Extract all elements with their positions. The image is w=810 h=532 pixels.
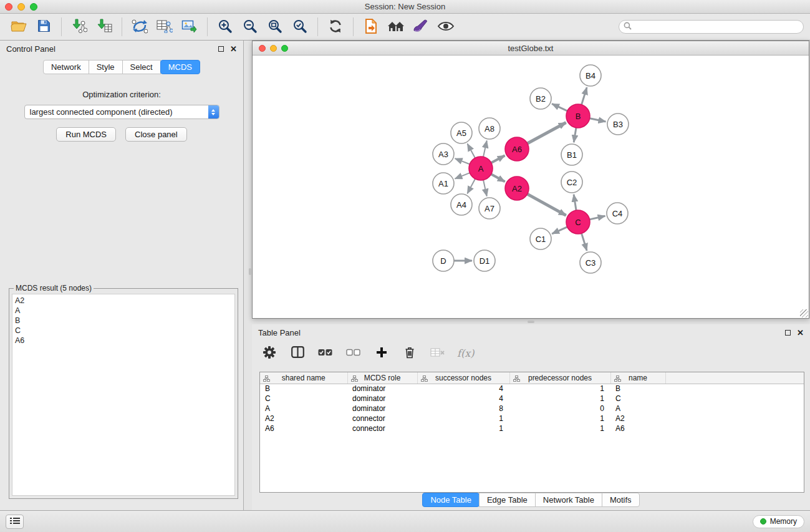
node-B4[interactable]: B4: [580, 65, 601, 86]
edge-A-A5[interactable]: [468, 144, 475, 158]
node-A6[interactable]: A6: [505, 137, 529, 161]
zoom-network-window-button[interactable]: [281, 45, 288, 52]
column-header-successor-nodes[interactable]: successor nodes: [417, 372, 509, 384]
table-cell[interactable]: A2: [610, 414, 665, 423]
node-A2[interactable]: A2: [505, 177, 529, 200]
table-cell[interactable]: 1: [417, 423, 509, 433]
node-B[interactable]: B: [566, 104, 590, 128]
node-D[interactable]: D: [433, 250, 454, 271]
delete-column-button[interactable]: [401, 342, 418, 364]
horizontal-splitter-handle[interactable]: [528, 321, 534, 323]
edge-A-A6[interactable]: [491, 155, 505, 163]
save-session-button[interactable]: [31, 16, 56, 38]
table-cell[interactable]: dominator: [347, 404, 417, 414]
edge-A-A4[interactable]: [467, 179, 475, 194]
tab-motifs[interactable]: Motifs: [602, 493, 640, 507]
task-history-button[interactable]: [6, 515, 24, 529]
node-C2[interactable]: C2: [561, 172, 582, 193]
zoom-window-button[interactable]: [30, 3, 37, 11]
table-row[interactable]: Cdominator41C: [260, 394, 804, 404]
zoom-fit-button[interactable]: [263, 16, 287, 38]
network-canvas[interactable]: B4B2BB3A5A8A6B1A3AC2A1A2A4A7C4CC1C3DD1: [253, 56, 809, 318]
table-row[interactable]: Adominator80A: [260, 404, 804, 414]
zoom-out-button[interactable]: [238, 16, 263, 38]
column-header-shared-name[interactable]: shared name: [260, 372, 347, 384]
zoom-selected-button[interactable]: [287, 16, 312, 38]
mcds-result-item[interactable]: B: [15, 316, 232, 326]
mcds-result-item[interactable]: A6: [15, 336, 232, 346]
mcds-result-item[interactable]: C: [15, 326, 232, 336]
node-B1[interactable]: B1: [561, 144, 582, 165]
criterion-dropdown[interactable]: largest connected component (directed): [24, 105, 219, 119]
tab-network[interactable]: Network: [43, 60, 89, 74]
table-cell[interactable]: 1: [509, 394, 610, 404]
edge-A-A2[interactable]: [491, 174, 505, 181]
table-cell[interactable]: A6: [260, 423, 347, 433]
table-cell[interactable]: 1: [509, 423, 610, 433]
create-column-button[interactable]: [373, 342, 390, 364]
show-columns-button[interactable]: [289, 342, 306, 364]
network-graph[interactable]: B4B2BB3A5A8A6B1A3AC2A1A2A4A7C4CC1C3DD1: [253, 56, 808, 317]
window-resize-grip[interactable]: [800, 309, 808, 317]
table-cell[interactable]: A2: [260, 414, 347, 423]
table-cell[interactable]: A: [610, 404, 665, 414]
table-cell[interactable]: connector: [347, 423, 417, 433]
search-input[interactable]: [635, 22, 799, 31]
node-A3[interactable]: A3: [433, 143, 454, 165]
select-all-columns-button[interactable]: [317, 342, 334, 364]
run-mcds-button[interactable]: Run MCDS: [56, 127, 116, 142]
close-table-panel-icon[interactable]: ✕: [797, 329, 804, 337]
edge-A-A8[interactable]: [483, 141, 487, 157]
mcds-result-item[interactable]: A2: [15, 296, 232, 306]
edge-A-A3[interactable]: [455, 158, 470, 164]
unselect-all-columns-button[interactable]: [345, 342, 362, 364]
close-window-button[interactable]: [5, 3, 12, 11]
edge-C-C1[interactable]: [552, 227, 567, 234]
float-panel-icon[interactable]: [218, 46, 224, 52]
node-B2[interactable]: B2: [530, 88, 551, 109]
node-C4[interactable]: C4: [607, 203, 628, 224]
column-header-predecessor-nodes[interactable]: predecessor nodes: [509, 372, 610, 384]
memory-button[interactable]: Memory: [753, 515, 804, 528]
tab-mcds[interactable]: MCDS: [160, 60, 200, 74]
table-cell[interactable]: 1: [509, 414, 610, 423]
toggle-view-button[interactable]: [433, 16, 458, 38]
import-network-file-button[interactable]: [67, 16, 92, 38]
node-D1[interactable]: D1: [474, 250, 495, 271]
node-C[interactable]: C: [566, 210, 590, 234]
table-cell[interactable]: dominator: [347, 394, 417, 404]
table-cell[interactable]: A: [260, 404, 347, 414]
table-settings-button[interactable]: [261, 342, 278, 364]
edge-A2-C[interactable]: [528, 194, 566, 215]
export-image-button[interactable]: [177, 16, 202, 38]
table-cell[interactable]: B: [610, 384, 665, 394]
import-network-url-button[interactable]: [127, 16, 152, 38]
table-cell[interactable]: C: [610, 394, 665, 404]
session-document-button[interactable]: [359, 16, 383, 38]
edge-C-C3[interactable]: [582, 233, 587, 251]
edge-B-B4[interactable]: [582, 87, 587, 105]
tab-select[interactable]: Select: [122, 60, 161, 74]
table-cell[interactable]: B: [260, 384, 347, 394]
edge-A-A7[interactable]: [483, 180, 487, 196]
table-cell[interactable]: 4: [417, 384, 509, 394]
float-table-panel-icon[interactable]: [785, 330, 791, 336]
edge-B-B2[interactable]: [552, 104, 567, 111]
table-row[interactable]: A6connector11A6: [260, 423, 804, 433]
node-A8[interactable]: A8: [479, 118, 500, 139]
refresh-button[interactable]: [323, 16, 348, 38]
table-row[interactable]: Bdominator41B: [260, 384, 804, 394]
table-row[interactable]: A2connector11A2: [260, 414, 804, 423]
mcds-result-list[interactable]: A2ABCA6: [12, 294, 235, 496]
home-button[interactable]: [383, 16, 408, 38]
tab-node-table[interactable]: Node Table: [422, 493, 480, 507]
tab-edge-table[interactable]: Edge Table: [479, 493, 536, 507]
table-cell[interactable]: 1: [417, 414, 509, 423]
minimize-network-window-button[interactable]: [270, 45, 277, 52]
table-cell[interactable]: A6: [610, 423, 665, 433]
table-cell[interactable]: connector: [347, 414, 417, 423]
close-panel-icon[interactable]: ✕: [230, 45, 237, 53]
table-cell[interactable]: dominator: [347, 384, 417, 394]
table-cell[interactable]: 0: [509, 404, 610, 414]
node-A4[interactable]: A4: [451, 194, 472, 215]
